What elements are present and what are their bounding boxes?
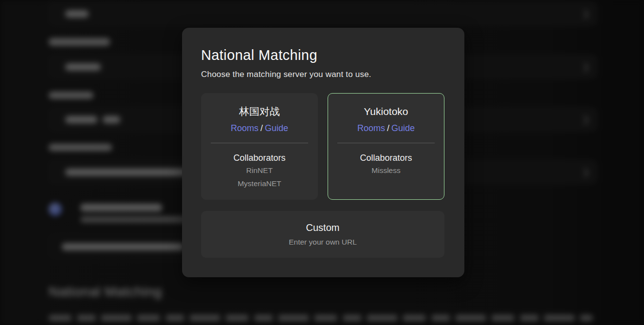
divider (337, 143, 435, 143)
custom-title: Custom (306, 222, 340, 233)
guide-link[interactable]: Guide (391, 123, 415, 133)
national-matching-dialog: National Matching Choose the matching se… (182, 28, 464, 277)
collaborator-name: Missless (328, 164, 444, 177)
server-options: 林国对战 Rooms/Guide Collaborators RinNET My… (201, 93, 445, 200)
server-card-linguoduizhan[interactable]: 林国对战 Rooms/Guide Collaborators RinNET My… (201, 93, 318, 200)
link-separator: / (387, 123, 389, 133)
dialog-subtitle: Choose the matching server you want to u… (201, 70, 445, 79)
server-card-yukiotoko-selected[interactable]: Yukiotoko Rooms/Guide Collaborators Miss… (328, 93, 444, 200)
server-name: 林国对战 (202, 105, 317, 118)
link-separator: / (260, 123, 263, 133)
custom-server-card[interactable]: Custom Enter your own URL (201, 211, 444, 258)
server-name: Yukiotoko (328, 105, 444, 118)
collaborators-label: Collaborators (328, 152, 444, 164)
collaborators-label: Collaborators (202, 152, 317, 164)
collaborator-name: RinNET (202, 164, 317, 177)
custom-subtitle: Enter your own URL (289, 238, 357, 247)
divider (211, 143, 308, 143)
server-links: Rooms/Guide (328, 122, 444, 134)
collaborator-name: MysteriaNET (202, 177, 317, 190)
server-links: Rooms/Guide (202, 122, 317, 134)
guide-link[interactable]: Guide (265, 123, 288, 133)
rooms-link[interactable]: Rooms (357, 123, 385, 133)
dialog-title: National Matching (201, 47, 445, 63)
rooms-link[interactable]: Rooms (231, 123, 258, 133)
